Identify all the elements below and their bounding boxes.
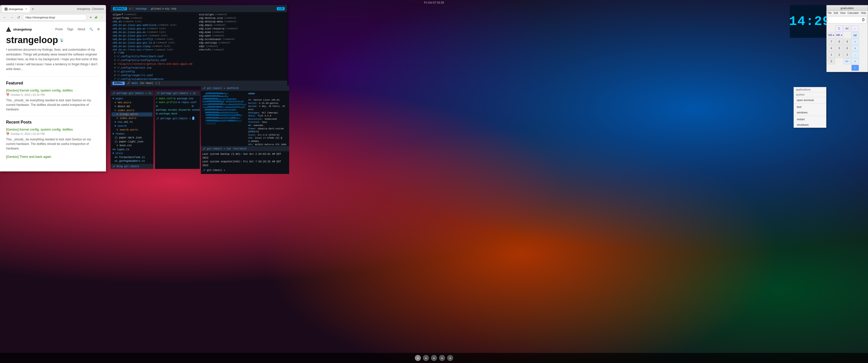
calc-menu-help[interactable]: Help bbox=[861, 11, 866, 14]
taskbar-icon-4[interactable]: ● bbox=[439, 355, 445, 361]
table-row: x86_64-pc-linux-gnu-c++ (command link) bbox=[113, 34, 199, 38]
calc-menu-file[interactable]: File bbox=[828, 11, 832, 14]
nav-tags[interactable]: Tags bbox=[67, 28, 73, 31]
table-row: xdg-open (command) bbox=[199, 34, 285, 38]
table-row: xdg-settings (command) bbox=[199, 41, 285, 45]
back-button[interactable]: ← bbox=[2, 15, 7, 20]
calc-btn-minus[interactable]: - bbox=[851, 52, 859, 58]
browser-tab[interactable]: strangeloop ✕ bbox=[2, 6, 30, 12]
calc-btn-MR[interactable]: MR ▾ bbox=[835, 32, 843, 38]
list-item: ≡s formatDateTime.ts bbox=[112, 156, 152, 160]
table-row: xdg-desktop-menu (command) bbox=[199, 20, 285, 24]
recent-post-1-meta: 📅 October 6, 2022 | 02:32 PM bbox=[6, 132, 100, 136]
neofetch-kernel: 5.15.69-gentoo bbox=[259, 102, 278, 105]
recent-post-1-link[interactable]: [Gentoo] Kernel config, system config, d… bbox=[6, 128, 100, 131]
calc-btn-divide[interactable]: ÷ bbox=[851, 39, 859, 45]
list-item: ≡s types.ts bbox=[112, 148, 152, 152]
motd-line-2: Last system snapshot(546): Fri Oct 7 03:… bbox=[203, 160, 288, 167]
taskbar-icon-2[interactable]: ● bbox=[423, 355, 429, 361]
bookmark-icon[interactable]: ★ bbox=[88, 15, 93, 20]
calculator-buttons: C AC ← MS ▾ MR ▾ sqr 7 8 9 ÷ 4 5 6 × 1 2… bbox=[827, 25, 868, 72]
calc-btn-AC[interactable]: AC bbox=[843, 26, 851, 32]
config-row: 2~/.config/kitty/config/kitty.conf bbox=[112, 59, 286, 62]
editor-line: ≡ make.conf ⧉ package.Use bbox=[156, 97, 199, 101]
browser-action-icons: ★ 🧩 ⋮ bbox=[88, 15, 104, 20]
calc-btn-multiply[interactable]: × bbox=[851, 45, 859, 51]
extension-icon[interactable]: 🧩 bbox=[94, 15, 98, 20]
list-item: () paper-dark.json bbox=[112, 136, 152, 140]
motd-prompt-line: ⎇ git:(main) ✦ bbox=[203, 168, 288, 172]
address-bar[interactable] bbox=[23, 14, 87, 21]
calc-menu-edit[interactable]: Edit bbox=[834, 11, 838, 14]
taskbar-icon-3[interactable]: ● bbox=[431, 355, 437, 361]
calc-btn-plus[interactable]: + bbox=[851, 58, 859, 64]
terminal-files-header: ⎇ portage git:(main) ✦ ls bbox=[111, 91, 153, 96]
calc-menu-view[interactable]: View bbox=[840, 11, 845, 14]
calc-btn-3[interactable]: 3 bbox=[843, 52, 851, 58]
ctx-item-bsd[interactable]: bsd bbox=[794, 104, 826, 110]
calc-menu-calculator[interactable]: Calculator bbox=[847, 11, 859, 14]
calc-btn-1[interactable]: 1 bbox=[828, 52, 835, 58]
ctx-item-restart[interactable]: restart bbox=[794, 117, 826, 122]
calc-btn-backspace[interactable]: ← bbox=[851, 26, 859, 32]
reload-button[interactable]: ↺ bbox=[16, 15, 21, 20]
calc-btn-0[interactable]: 0 bbox=[828, 58, 835, 64]
ctx-item-open-terminal[interactable]: open terminal bbox=[794, 97, 826, 103]
nav-posts[interactable]: Posts bbox=[55, 28, 63, 31]
forward-button[interactable]: → bbox=[9, 15, 14, 20]
tab-close-button[interactable]: ✕ bbox=[25, 7, 27, 10]
clock-time: 14:29 bbox=[789, 14, 831, 29]
calc-btn-4[interactable]: 4 bbox=[828, 45, 835, 51]
editor-line: ⧉ package.mask bbox=[156, 112, 199, 116]
calc-btn-8[interactable]: 8 bbox=[835, 39, 843, 45]
featured-section-title: Featured bbox=[6, 81, 100, 86]
terminal-motd: ⎇ git:(main) ✦ cat /etc/motd Last system… bbox=[201, 146, 289, 174]
table-row: x86_64-pc-linux-gnu-gcc-13.0 (command li… bbox=[113, 41, 199, 45]
terminal-files: ⎇ portage git:(main) ✦ ls ▼ pages ≡ 404.… bbox=[111, 91, 153, 169]
config-statusbar: NORMAL ⎇ main [No Name] [-] bbox=[111, 81, 287, 86]
editor-line: ≡ make.profile ⧉ repos.conf bbox=[156, 101, 199, 104]
calc-btn-7[interactable]: 7 bbox=[828, 39, 835, 45]
ctx-separator bbox=[794, 103, 826, 104]
calc-btn-equals[interactable]: = bbox=[851, 65, 859, 71]
featured-post-link[interactable]: [Gentoo] Kernel config, system config, d… bbox=[6, 89, 100, 92]
terminal-config: 0~/tmp 1~/.config/kitty/PencilDark.conf … bbox=[111, 51, 287, 86]
nav-about[interactable]: About bbox=[78, 28, 85, 31]
settings-icon[interactable]: ⚙ bbox=[97, 28, 100, 31]
table-row: x86_64-pc-linux-gnu-c++filt (command lin… bbox=[113, 38, 199, 41]
table-row: xllperf (command) bbox=[113, 13, 199, 16]
terminal-tab-badge[interactable]: DEFAULT bbox=[113, 7, 127, 10]
list-item: ≡ [slug].astro bbox=[112, 112, 152, 117]
calc-btn-5[interactable]: 5 bbox=[835, 45, 843, 51]
motd-line-1: Last system backup (3.86): Sun Oct 2 04:… bbox=[203, 152, 288, 160]
recent-post-2-link[interactable]: [Gentoo] There and back again bbox=[6, 155, 100, 159]
calculator-display: 0 bbox=[828, 16, 867, 24]
motd-content: Last system backup (3.86): Sun Oct 2 04:… bbox=[201, 151, 289, 173]
calc-btn-C[interactable]: C bbox=[835, 26, 843, 32]
calc-btn-sign[interactable]: +/− bbox=[843, 58, 851, 64]
taskbar-icon-1[interactable]: ● bbox=[415, 355, 421, 361]
table-row: xcursorgen (command) bbox=[199, 13, 285, 16]
neofetch-icons: Arc-X-D [GTK2/3] bbox=[258, 134, 279, 136]
terminal-path: /e/portage bbox=[135, 7, 147, 10]
terminal-time: 2:29 bbox=[277, 7, 285, 10]
calc-btn-6[interactable]: 6 bbox=[843, 45, 851, 51]
topbar: Fri Oct 07 02:29 bbox=[0, 0, 868, 5]
list-item: ▼ themes bbox=[112, 132, 152, 136]
new-tab-button[interactable]: + bbox=[31, 7, 35, 11]
neofetch-separator: ------- bbox=[248, 96, 258, 98]
calc-btn-sqrt[interactable]: sqr bbox=[851, 32, 859, 38]
calc-btn-2[interactable]: 2 bbox=[835, 52, 843, 58]
calc-btn-9[interactable]: 9 bbox=[843, 39, 851, 45]
ctx-item-shutdown[interactable]: shutdown bbox=[794, 122, 826, 128]
search-icon[interactable]: 🔍 bbox=[89, 28, 93, 31]
ctx-item-windows[interactable]: windows bbox=[794, 110, 826, 115]
browser-content: strangeloop Posts Tags About 🔍 ⚙ strange… bbox=[0, 22, 106, 171]
menu-icon[interactable]: ⋮ bbox=[99, 15, 104, 20]
blog-name-header: strangeloop bbox=[13, 28, 32, 31]
editor-prompt-line: ⎇ portage git:(main) ✦ bbox=[156, 117, 199, 121]
list-item: ▼ search bbox=[112, 124, 152, 128]
browser-titlebar: strangeloop ✕ + strangeloop - Chromium bbox=[0, 5, 106, 13]
taskbar-icon-5[interactable]: ● bbox=[447, 355, 453, 361]
calc-btn-MS[interactable]: MS ▾ bbox=[828, 32, 835, 38]
